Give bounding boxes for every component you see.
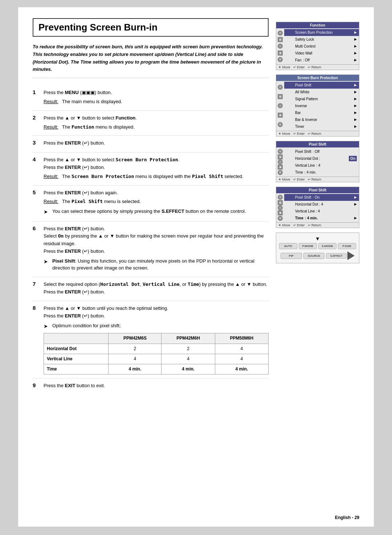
menu-item-bar: Bar ▶ [284, 109, 359, 116]
step-5: 5 Press the ENTER (↵) button again. Resu… [33, 186, 269, 222]
step-2: 2 Press the ▲ or ▼ button to select Func… [33, 111, 269, 136]
step-3-content: Press the ENTER (↵) button. [44, 139, 269, 149]
page-footer: English - 29 [335, 515, 359, 520]
ps-item-time: Time : 4 min. [284, 169, 359, 176]
footer-return-2: ↩ Return [308, 132, 322, 135]
table-cell-vertical-label: Vertical Line [44, 354, 109, 364]
remote-btn-pip: PIP [281, 253, 302, 259]
step-3-action: Press the ENTER (↵) button. [44, 139, 269, 147]
function-menu-items: Screen Burn Protection ▶ Safety Lock ▶ M… [284, 28, 359, 64]
ps-item-horizontal-dot: Horizontal Dot : On [284, 155, 359, 162]
menu-left-icons-1: ⚙ ▦ ◎ ▣ ✿ [278, 28, 283, 64]
table-cell-time-1: 4 min. [109, 364, 162, 374]
menu-left-icons-4: ⚙ ▦ ◎ ▣ ✿ [278, 193, 283, 222]
footer-move-3: ✦ Move [278, 178, 290, 181]
remote-btn-seffect: S.EFFECT [326, 253, 347, 259]
step-4-action: Press the ▲ or ▼ button to select Screen… [44, 156, 269, 171]
icon-2-5: ✿ [278, 122, 283, 127]
menu-item-timer: Timer ▶ [284, 123, 359, 130]
menu-item-screen-burn-text: Screen Burn Protection [295, 30, 332, 35]
icon-2-3: ◎ [278, 103, 283, 108]
step-6-action: Press the ENTER (↵) button. Select On by… [44, 225, 269, 255]
step-number-3: 3 [33, 139, 40, 146]
step-2-action: Press the ▲ or ▼ button to select Functi… [44, 114, 269, 122]
menu-item-multi-control-arrow: ▶ [354, 44, 357, 49]
ps-item-vertical-line-text: Vertical Line [295, 163, 315, 168]
result-text-5: The Pixel Shift menu is selected. [62, 198, 141, 206]
menu-item-all-white-arrow: ▶ [354, 90, 357, 95]
icon-3-5: ✿ [278, 170, 283, 175]
note-arrow-5: ➤ [44, 208, 49, 216]
pixel-shift-table: PPM42M6S PPM42M6H PPM50M6H Horizontal Do… [44, 333, 269, 374]
table-row-time: Time 4 min. 4 min. 4 min. [44, 364, 269, 374]
step-number-2: 2 [33, 114, 40, 121]
menu-item-pixel-shift-arrow: ▶ [354, 83, 357, 88]
step-8-action: Press the ▲ or ▼ button until you reach … [44, 305, 269, 320]
result-label-1: Result: [44, 98, 60, 106]
step-1-content: Press the MENU (▣▣▣) button. Result: The… [44, 89, 269, 107]
menu-item-fan: Fan : Off ▶ [284, 57, 359, 64]
ps-item-horizontal-dot-value: On [349, 156, 357, 161]
step-number-1: 1 [33, 89, 40, 95]
menu-item-bar-arrow: ▶ [354, 110, 357, 115]
table-row-horizontal: Horizontal Dot 2 2 4 [44, 344, 269, 354]
menu-item-video-wall-arrow: ▶ [354, 51, 357, 56]
icon-1: ⚙ [278, 31, 283, 36]
ps2-item-vertical-line: Vertical Line : 4 [284, 208, 359, 215]
footer-return: ↩ Return [308, 65, 322, 69]
step-8: 8 Press the ▲ or ▼ button until you reac… [33, 301, 269, 378]
step-9: 9 Press the EXIT button to exit. [33, 378, 269, 395]
menu-item-bar-inverse-text: Bar & Inverse [295, 117, 317, 122]
ps2-item-horizontal-dot-arrow: ▶ [354, 202, 357, 207]
table-cell-vertical-1: 4 [109, 354, 162, 364]
step-number-9: 9 [33, 382, 40, 388]
menu-item-fan-value: : Off [303, 57, 310, 63]
remote-btn-auto: AUTO [279, 243, 297, 249]
icon-2-4: ▣ [278, 113, 283, 118]
ps-item-vertical-line-value: : 4 [316, 163, 320, 168]
step-7-action: Select the required option (Horizontal D… [44, 281, 269, 296]
step-3: 3 Press the ENTER (↵) button. [33, 136, 269, 153]
step-8-content: Press the ▲ or ▼ button until you reach … [44, 305, 269, 374]
steps-list: 1 Press the MENU (▣▣▣) button. Result: T… [33, 85, 269, 395]
table-cell-time-label: Time [44, 364, 109, 374]
table-header-ppm42m6s: PPM42M6S [109, 333, 162, 344]
screen-burn-menu-title: Screen Burn Protection [276, 75, 359, 81]
menu-left-icons-2: ⚙ ▦ ◎ ▣ ✿ [278, 81, 283, 131]
icon-3-4: ▣ [278, 165, 283, 170]
step-4-content: Press the ▲ or ▼ button to select Screen… [44, 156, 269, 181]
icon-4: ▣ [278, 50, 283, 56]
table-header-ppm50m6h: PPM50M6H [215, 333, 268, 344]
menu-item-video-wall: Video Wall ▶ [284, 50, 359, 57]
menu-item-video-wall-text: Video Wall [295, 50, 312, 56]
screen-burn-menu-box: Screen Burn Protection ⚙ ▦ ◎ ▣ ✿ Pixel S… [276, 74, 359, 137]
step-6-content: Press the ENTER (↵) button. Select On by… [44, 225, 269, 273]
menu-item-bar-inverse: Bar & Inverse ▶ [284, 116, 359, 123]
menu-item-multi-control-text: Multi Control [295, 44, 315, 49]
pixel-shift-menu-box-1: Pixel Shift ⚙ ▦ ◎ ▣ ✿ Pixel Shift : Off … [276, 141, 359, 182]
menu-item-bar-text: Bar [295, 110, 301, 115]
ps-item-pixel-shift-value: : Off [313, 149, 319, 154]
screen-burn-menu-items: Pixel Shift ▶ All White ▶ Signal Pattern… [284, 81, 359, 131]
ps2-item-time-arrow: ▶ [354, 216, 357, 221]
icon-3-3: ◎ [278, 159, 283, 165]
step-9-action: Press the EXIT button to exit. [44, 382, 269, 390]
menu-item-signal-pattern-arrow: ▶ [354, 97, 357, 102]
remote-buttons-top: AUTO P.MODE S.MODE P.SIZE [279, 243, 356, 249]
footer-move-2: ✦ Move [278, 132, 290, 135]
ps2-item-vertical-line-text: Vertical Line : 4 [295, 208, 320, 214]
step-5-action: Press the ENTER (↵) button again. [44, 189, 269, 197]
menu-footer-3: ✦ Move ↵ Enter ↩ Return [276, 177, 359, 182]
ps2-item-horizontal-dot: Horizontal Dot : 4 ▶ [284, 201, 359, 208]
step-1: 1 Press the MENU (▣▣▣) button. Result: T… [33, 85, 269, 111]
left-column: Preventing Screen Burn-in To reduce the … [33, 18, 269, 512]
menu-item-pixel-shift-text: Pixel Shift [295, 82, 311, 88]
note-text-5: You can select these options by simply p… [52, 208, 246, 215]
footer-enter: ↵ Enter [293, 65, 305, 69]
result-label-4: Result: [44, 173, 60, 181]
function-menu-box: Function ⚙ ▦ ◎ ▣ ✿ Screen Burn Protectio… [276, 22, 359, 70]
menu-footer-2: ✦ Move ↵ Enter ↩ Return [276, 131, 359, 136]
result-label-5: Result: [44, 198, 60, 206]
menu-item-all-white: All White ▶ [284, 89, 359, 96]
ps2-item-time-text: Time [295, 215, 303, 221]
